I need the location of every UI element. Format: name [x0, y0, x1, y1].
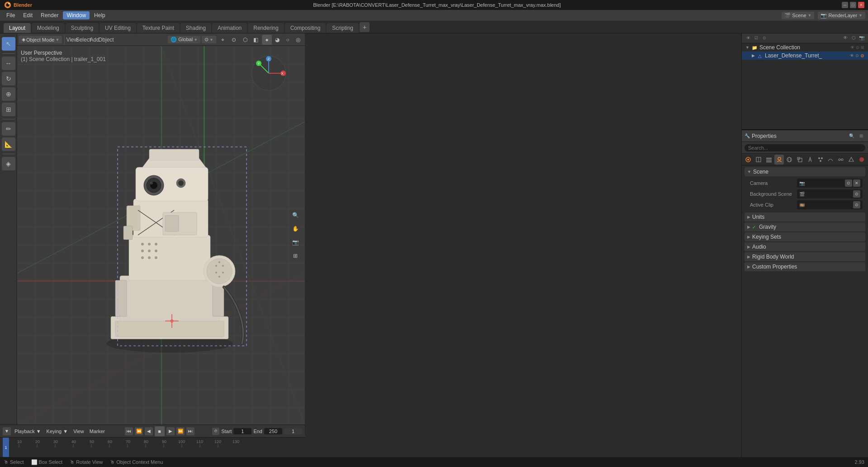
- step-back-btn[interactable]: ⏪: [135, 427, 143, 435]
- select-menu[interactable]: Select: [78, 35, 88, 45]
- mesh-data-icon[interactable]: ⚙: [860, 53, 864, 58]
- prop-tab-data[interactable]: [847, 155, 856, 165]
- camera-pick-btn[interactable]: ⊙: [845, 179, 852, 187]
- playback-btn[interactable]: Playback ▼: [13, 428, 43, 434]
- visibility-icon[interactable]: 👁: [850, 45, 854, 50]
- current-frame-input[interactable]: [284, 428, 302, 434]
- viewport-gizmo[interactable]: X Y Z: [251, 55, 287, 91]
- transform-tool[interactable]: ⊞: [2, 103, 15, 116]
- menu-file[interactable]: File: [3, 11, 19, 19]
- transform-pivot[interactable]: ⊙ ▼: [202, 36, 216, 43]
- camera-view-button[interactable]: 📷: [289, 236, 301, 248]
- properties-search-input[interactable]: [745, 144, 865, 151]
- prop-tab-particles[interactable]: [816, 155, 825, 165]
- menu-render[interactable]: Render: [37, 11, 62, 19]
- menu-window[interactable]: Window: [63, 11, 90, 19]
- frame-end-input[interactable]: [264, 428, 282, 434]
- exclude-icon[interactable]: ⊙: [856, 45, 859, 50]
- filter-all-icon[interactable]: 👁: [745, 34, 752, 42]
- marker-btn[interactable]: Marker: [88, 428, 107, 434]
- tab-rendering[interactable]: Rendering: [248, 23, 284, 33]
- renderlayer-selector[interactable]: 📷 RenderLayer ▼: [818, 12, 865, 19]
- tab-shading[interactable]: Shading: [180, 23, 211, 33]
- scene-selector[interactable]: 🎬 Scene ▼: [782, 12, 814, 19]
- custom-props-header[interactable]: ▶ Custom Properties: [745, 262, 865, 271]
- active-clip-value[interactable]: 🎞️ ⊙: [797, 200, 863, 209]
- bg-pick-btn[interactable]: ⊙: [853, 190, 860, 198]
- minimize-button[interactable]: ─: [842, 2, 848, 8]
- overlay-toggle[interactable]: ⬡: [240, 35, 250, 45]
- snap-toggle[interactable]: ⌖: [218, 35, 228, 45]
- tab-layout[interactable]: Layout: [4, 23, 31, 33]
- play-btn[interactable]: ▶: [166, 427, 175, 435]
- scene-section-header[interactable]: ▼ Scene: [745, 167, 865, 176]
- prop-tab-scene[interactable]: [774, 155, 784, 165]
- filter-sel-icon[interactable]: ☑: [753, 34, 760, 42]
- holdout-icon[interactable]: ⊞: [861, 45, 864, 50]
- step-forward-btn[interactable]: ⏩: [176, 427, 185, 435]
- camera-clear-btn[interactable]: ✕: [853, 179, 860, 187]
- clip-pick-btn[interactable]: ⊙: [853, 201, 860, 208]
- object-menu[interactable]: Object: [101, 35, 111, 45]
- camera-value[interactable]: 📷 ⊙ ✕: [797, 179, 863, 188]
- xray-toggle[interactable]: ◧: [251, 35, 261, 45]
- prop-tab-constraints[interactable]: [836, 155, 846, 165]
- prop-filter-icon[interactable]: ⊞: [857, 132, 865, 140]
- prop-tab-render[interactable]: [744, 155, 753, 165]
- eevee-shading[interactable]: ◎: [293, 35, 303, 45]
- prop-tab-modifier[interactable]: [806, 155, 815, 165]
- sel-toggle-icon[interactable]: ⬡: [850, 34, 857, 42]
- menu-edit[interactable]: Edit: [19, 11, 36, 19]
- transform-orientation[interactable]: 🌐 Global ▼: [168, 36, 200, 43]
- rend-toggle-icon[interactable]: 📷: [858, 34, 865, 42]
- ortho-view-button[interactable]: ⊞: [289, 250, 301, 262]
- maximize-button[interactable]: □: [850, 2, 856, 8]
- hand-tool-button[interactable]: ✋: [289, 223, 301, 235]
- timeline-track[interactable]: 1 10 20 30 40 50 60 70 80 90 1: [0, 438, 305, 457]
- view-btn[interactable]: View: [71, 428, 86, 434]
- rendered-shading[interactable]: ○: [283, 35, 293, 45]
- tab-uv-editing[interactable]: UV Editing: [100, 23, 136, 33]
- move-tool[interactable]: ↔: [2, 57, 15, 70]
- add-cube-tool[interactable]: ◈: [2, 157, 15, 170]
- vis-toggle-icon[interactable]: 👁: [842, 34, 849, 42]
- prop-tab-world[interactable]: [785, 155, 794, 165]
- tab-compositing[interactable]: Compositing: [285, 23, 326, 33]
- playhead[interactable]: 1: [3, 438, 9, 457]
- prop-tab-physics[interactable]: [826, 155, 835, 165]
- units-header[interactable]: ▶ Units: [745, 212, 865, 222]
- filter-act-icon[interactable]: ⊙: [761, 34, 768, 42]
- annotate-tool[interactable]: ✏: [2, 122, 15, 136]
- close-button[interactable]: ✕: [858, 2, 864, 8]
- tab-texture-paint[interactable]: Texture Paint: [137, 23, 180, 33]
- tab-scripting[interactable]: Scripting: [327, 23, 359, 33]
- object-mode-dropdown[interactable]: ◈ Object Mode ▼: [19, 36, 62, 43]
- proportional-edit[interactable]: ⊙: [229, 35, 239, 45]
- viewport-3d[interactable]: User Perspective (1) Scene Collection | …: [17, 46, 305, 425]
- rigid-body-header[interactable]: ▶ Rigid Body World: [745, 252, 865, 261]
- outliner-mesh-item[interactable]: ▶ △ Laser_Defense_Turret_ 👁 ⊙ ⚙: [742, 52, 868, 60]
- prop-tab-object[interactable]: [795, 155, 805, 165]
- keying-header[interactable]: ▶ Keying Sets: [745, 232, 865, 241]
- rotate-tool[interactable]: ↻: [2, 72, 15, 85]
- solid-shading[interactable]: ●: [262, 35, 272, 45]
- timeline-menu-btn[interactable]: ▼: [3, 427, 11, 435]
- stop-btn[interactable]: ■: [155, 426, 165, 436]
- prop-tab-output[interactable]: [754, 155, 764, 165]
- gravity-header[interactable]: ▶ ✓ Gravity: [745, 222, 865, 231]
- material-shading[interactable]: ◕: [272, 35, 282, 45]
- measure-tool[interactable]: 📐: [2, 137, 15, 151]
- tab-modeling[interactable]: Modeling: [32, 23, 65, 33]
- menu-help[interactable]: Help: [90, 11, 109, 19]
- jump-start-btn[interactable]: ⏮: [125, 427, 133, 435]
- zoom-in-button[interactable]: 🔍: [289, 209, 301, 221]
- prop-search-icon[interactable]: 🔍: [848, 132, 856, 140]
- background-scene-value[interactable]: 🎬 ⊙: [797, 189, 863, 198]
- outliner-scene-collection[interactable]: ▼ 📁 Scene Collection 👁 ⊙ ⊞: [742, 43, 868, 52]
- keying-btn[interactable]: Keying ▼: [45, 428, 70, 434]
- tab-sculpting[interactable]: Sculpting: [66, 23, 99, 33]
- mesh-vis-icon[interactable]: 👁: [850, 53, 854, 58]
- mesh-sel-icon[interactable]: ⊙: [855, 53, 859, 58]
- tab-animation[interactable]: Animation: [212, 23, 247, 33]
- audio-header[interactable]: ▶ Audio: [745, 242, 865, 251]
